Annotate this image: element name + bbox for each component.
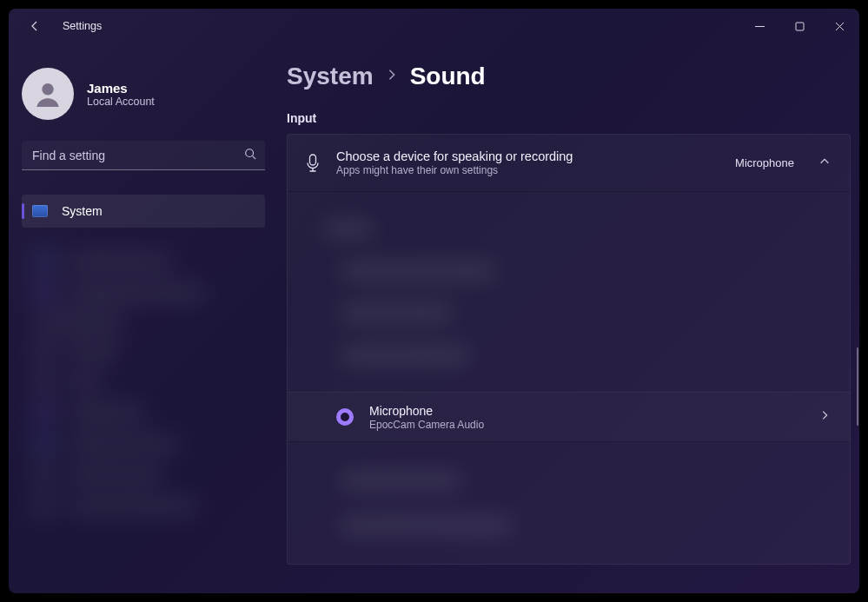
chooser-title: Choose a device for speaking or recordin… (336, 149, 719, 163)
sidebar-item-system[interactable]: System (22, 195, 265, 228)
breadcrumb-current: Sound (410, 63, 486, 90)
minimize-button[interactable] (739, 9, 779, 43)
device-title: Microphone (369, 404, 803, 418)
device-row-microphone[interactable]: Microphone EpocCam Camera Audio (288, 392, 850, 442)
radio-selected-icon[interactable] (336, 408, 354, 426)
maximize-button[interactable] (779, 9, 819, 43)
user-name: James (87, 81, 155, 96)
device-text: Microphone EpocCam Camera Audio (369, 404, 803, 431)
chooser-subtitle: Apps might have their own settings (336, 164, 719, 176)
svg-point-5 (246, 149, 254, 157)
back-button[interactable] (24, 16, 45, 36)
search-input[interactable] (22, 141, 265, 170)
blurred-options-above (288, 192, 850, 392)
scrollbar-thumb[interactable] (857, 347, 858, 426)
close-button[interactable] (819, 9, 859, 43)
display-icon (32, 205, 48, 217)
profile-text: James Local Account (87, 81, 155, 108)
breadcrumb-parent[interactable]: System (287, 63, 374, 90)
microphone-icon (305, 154, 321, 173)
blurred-options-below (288, 442, 850, 564)
chooser-selected: Microphone (735, 156, 794, 169)
device-subtitle: EpocCam Camera Audio (369, 419, 803, 431)
svg-point-4 (42, 83, 54, 96)
avatar (22, 68, 74, 120)
input-chooser-row[interactable]: Choose a device for speaking or recordin… (288, 135, 850, 192)
breadcrumb: System Sound (287, 63, 851, 90)
input-panel: Choose a device for speaking or recordin… (287, 134, 851, 565)
chooser-text: Choose a device for speaking or recordin… (336, 149, 719, 176)
window-controls (739, 9, 859, 43)
settings-window: Settings James Local Account (9, 9, 859, 593)
svg-rect-7 (310, 155, 316, 165)
chevron-right-icon (386, 69, 398, 84)
chevron-up-icon (818, 155, 831, 171)
main-content: System Sound Input (278, 43, 859, 593)
chevron-right-icon[interactable] (818, 409, 831, 425)
titlebar: Settings (9, 9, 859, 43)
app-title: Settings (63, 20, 102, 32)
account-type: Local Account (87, 96, 155, 108)
sidebar: James Local Account System (9, 43, 278, 593)
section-title: Input (287, 111, 851, 125)
profile[interactable]: James Local Account (22, 68, 265, 120)
titlebar-left: Settings (24, 16, 102, 36)
sidebar-item-label: System (62, 204, 103, 218)
search-icon[interactable] (244, 148, 256, 163)
svg-line-6 (253, 156, 256, 160)
sidebar-blurred (9, 243, 278, 593)
svg-rect-1 (796, 23, 804, 30)
search-box (22, 141, 265, 170)
